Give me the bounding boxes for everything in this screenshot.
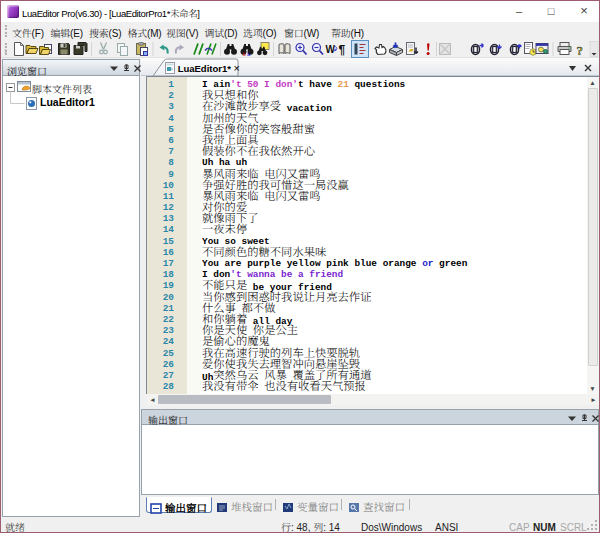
svg-text:?: ? [577,43,584,58]
svg-text:¶: ¶ [339,43,346,57]
svg-text:W: W [326,44,336,55]
